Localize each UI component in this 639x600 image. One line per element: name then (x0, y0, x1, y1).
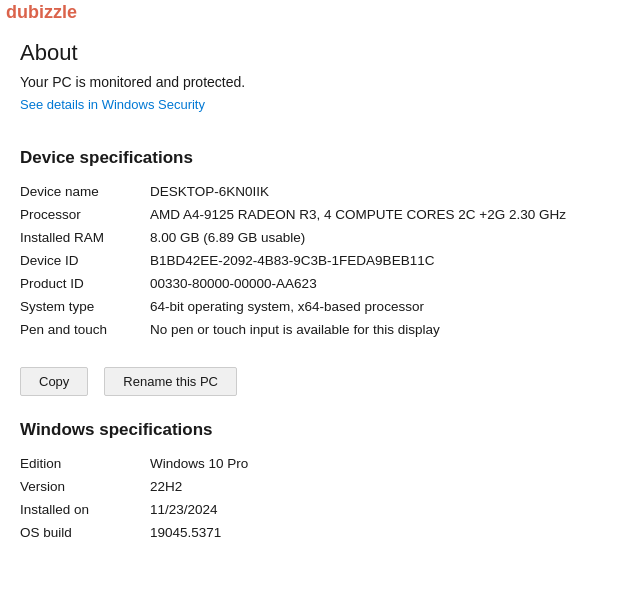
watermark-text: dubizzle (6, 2, 77, 22)
table-row: System type 64-bit operating system, x64… (20, 295, 619, 318)
spec-label: Product ID (20, 272, 150, 295)
copy-button[interactable]: Copy (20, 367, 88, 396)
spec-label: OS build (20, 521, 150, 544)
table-row: Installed RAM 8.00 GB (6.89 GB usable) (20, 226, 619, 249)
watermark-logo: dubizzle (0, 0, 83, 25)
table-row: Device ID B1BD42EE-2092-4B83-9C3B-1FEDA9… (20, 249, 619, 272)
security-link[interactable]: See details in Windows Security (20, 97, 205, 112)
table-row: Pen and touch No pen or touch input is a… (20, 318, 619, 341)
spec-value: 19045.5371 (150, 521, 619, 544)
table-row: Edition Windows 10 Pro (20, 452, 619, 475)
spec-label: Installed RAM (20, 226, 150, 249)
spec-label: Device name (20, 180, 150, 203)
table-row: Installed on 11/23/2024 (20, 498, 619, 521)
spec-label: Installed on (20, 498, 150, 521)
spec-value: 22H2 (150, 475, 619, 498)
spec-value: B1BD42EE-2092-4B83-9C3B-1FEDA9BEB11C (150, 249, 619, 272)
spec-value: DESKTOP-6KN0IIK (150, 180, 619, 203)
table-row: Processor AMD A4-9125 RADEON R3, 4 COMPU… (20, 203, 619, 226)
table-row: Version 22H2 (20, 475, 619, 498)
table-row: OS build 19045.5371 (20, 521, 619, 544)
spec-value: 11/23/2024 (150, 498, 619, 521)
table-row: Device name DESKTOP-6KN0IIK (20, 180, 619, 203)
spec-label: System type (20, 295, 150, 318)
spec-value: AMD A4-9125 RADEON R3, 4 COMPUTE CORES 2… (150, 203, 619, 226)
spec-label: Pen and touch (20, 318, 150, 341)
windows-specs-table: Edition Windows 10 Pro Version 22H2 Inst… (20, 452, 619, 544)
rename-pc-button[interactable]: Rename this PC (104, 367, 237, 396)
windows-specs-title: Windows specifications (20, 420, 619, 440)
page-title: About (20, 40, 619, 66)
spec-value: 64-bit operating system, x64-based proce… (150, 295, 619, 318)
table-row: Product ID 00330-80000-00000-AA623 (20, 272, 619, 295)
spec-value: 8.00 GB (6.89 GB usable) (150, 226, 619, 249)
spec-label: Device ID (20, 249, 150, 272)
spec-label: Processor (20, 203, 150, 226)
spec-label: Version (20, 475, 150, 498)
device-specs-title: Device specifications (20, 148, 619, 168)
device-specs-buttons: Copy Rename this PC (20, 357, 619, 396)
spec-value: No pen or touch input is available for t… (150, 318, 619, 341)
spec-value: 00330-80000-00000-AA623 (150, 272, 619, 295)
protection-status: Your PC is monitored and protected. (20, 74, 619, 90)
device-specs-table: Device name DESKTOP-6KN0IIK Processor AM… (20, 180, 619, 341)
spec-label: Edition (20, 452, 150, 475)
spec-value: Windows 10 Pro (150, 452, 619, 475)
